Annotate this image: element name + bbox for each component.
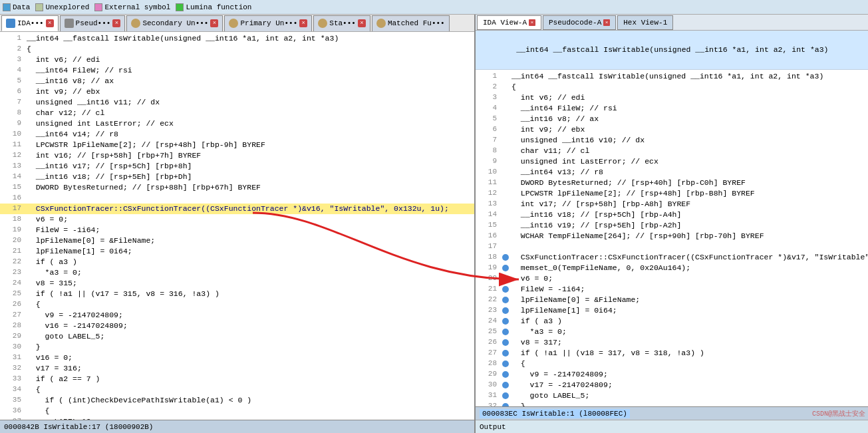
- left-code-line-19: 19 FileW = -1i64;: [0, 225, 474, 235]
- right-code-text: WCHAR TempFileName[264]; // [rsp+90h] [r…: [511, 231, 764, 241]
- code-text: __int16 v18; // [rsp+5Eh] [rbp+Dh]: [27, 172, 192, 182]
- right-code-text: v8 = 317;: [511, 337, 562, 348]
- right-code-line-29: 29 v9 = -2147024809;: [476, 369, 868, 380]
- right-code-text: unsigned int LastError; // ecx: [511, 156, 658, 167]
- code-text: {: [27, 44, 31, 55]
- right-code-text: goto LABEL_5;: [511, 390, 589, 401]
- left-code-area[interactable]: 1__int64 __fastcall IsWritable(unsigned …: [0, 32, 474, 420]
- right-tab-ida-close[interactable]: ×: [529, 19, 535, 26]
- right-code-line-26: 26 v8 = 317;: [476, 337, 868, 348]
- left-code-line-36: 36 {: [0, 406, 474, 416]
- pseudo-icon: [65, 19, 74, 28]
- tab-pseudo-label: Pseud•••: [76, 19, 111, 27]
- legend-unexplored-box: [35, 3, 43, 11]
- right-line-number: 12: [478, 188, 497, 197]
- code-text: CSxFunctionTracer::CSxFunctionTracer((CS…: [27, 204, 449, 214]
- code-text: int v6; // edi: [27, 55, 100, 65]
- right-code-line-16: 16 WCHAR TempFileName[264]; // [rsp+90h]…: [476, 231, 868, 241]
- right-line-number: 16: [478, 231, 497, 239]
- right-tab-pseudo-close[interactable]: ×: [603, 19, 610, 26]
- right-code-line-31: 31 goto LABEL_5;: [476, 390, 868, 401]
- line-number: 27: [3, 310, 21, 319]
- tab-secondary-close[interactable]: ×: [210, 19, 218, 27]
- right-code-text: int v9; // ebx: [511, 124, 585, 135]
- primary-icon: [229, 19, 238, 28]
- line-number: 8: [3, 108, 21, 116]
- legend-external: External symbol: [94, 3, 170, 11]
- tab-secondary[interactable]: Secondary Un••• ×: [126, 15, 223, 31]
- right-code-text: DWORD BytesReturned; // [rsp+40h] [rbp-C…: [511, 178, 746, 188]
- tab-pseudo[interactable]: Pseud••• ×: [60, 15, 126, 31]
- right-code-line-5: 5 __int16 v8; // ax: [476, 114, 868, 124]
- right-line-number: 21: [478, 284, 497, 293]
- line-number: 32: [3, 363, 21, 372]
- right-line-number: 30: [478, 380, 497, 388]
- right-line-number: 11: [478, 178, 497, 186]
- right-line-number: 31: [478, 390, 497, 399]
- right-code-area[interactable]: 1__int64 __fastcall IsWritable(unsigned …: [476, 70, 868, 406]
- line-number: 5: [3, 76, 21, 84]
- tab-matched-label: Matched Fu•••: [388, 19, 445, 27]
- breakpoint-dot: [502, 371, 509, 378]
- right-code-text: char v11; // cl: [511, 146, 589, 156]
- tab-ida-close[interactable]: ×: [46, 19, 54, 27]
- line-number: 17: [3, 204, 21, 212]
- left-code-line-23: 23 *a3 = 0;: [0, 267, 474, 278]
- line-number: 22: [3, 257, 21, 265]
- right-code-line-2: 2{: [476, 82, 868, 92]
- tab-ida[interactable]: IDA••• ×: [1, 15, 59, 31]
- tab-pseudo-close[interactable]: ×: [112, 19, 120, 27]
- right-code-line-27: 27 if ( !a1 || (v18 = 317, v8 = 318, !a3…: [476, 348, 868, 359]
- tab-matched[interactable]: Matched Fu•••: [372, 15, 450, 31]
- right-line-number: 2: [478, 82, 497, 90]
- line-number: 1: [3, 33, 21, 42]
- right-code-line-13: 13 int v17; // [rsp+58h] [rbp-A8h] BYREF: [476, 199, 868, 210]
- legend-external-label: External symbol: [104, 3, 170, 11]
- right-tab-hex-view-1[interactable]: Hex View-1: [617, 15, 673, 30]
- tab-sta-close[interactable]: ×: [358, 19, 366, 27]
- line-number: 6: [3, 86, 21, 95]
- tab-primary[interactable]: Primary Un••• ×: [224, 15, 312, 31]
- right-tab-ida-view-a[interactable]: IDA View-A ×: [477, 15, 541, 30]
- right-code-line-18: 18 CSxFunctionTracer::CSxFunctionTracer(…: [476, 252, 868, 263]
- code-text: {: [27, 406, 50, 416]
- line-number: 19: [3, 225, 21, 233]
- left-code-line-34: 34 {: [0, 384, 474, 395]
- right-line-number: 32: [478, 401, 497, 406]
- code-text: if ( !a1 || (v17 = 315, v8 = 316, !a3) ): [27, 289, 219, 299]
- tab-sta[interactable]: Sta••• ×: [313, 15, 370, 31]
- line-number: 16: [3, 193, 21, 202]
- right-code-line-3: 3 int v6; // edi: [476, 92, 868, 103]
- breakpoint-dot: [502, 382, 509, 388]
- line-number: 14: [3, 172, 21, 180]
- right-code-line-28: 28 {: [476, 359, 868, 369]
- code-text: char v12; // cl: [27, 108, 104, 118]
- right-code-text: v9 = -2147024809;: [511, 369, 608, 380]
- code-text: if ( a3 ): [27, 257, 77, 267]
- breakpoint-dot: [502, 339, 509, 346]
- left-status-text: 0000842B IsWritable:17 (18000902B): [4, 423, 153, 431]
- right-code-text: lpFileName[0] = &FileName;: [511, 295, 640, 305]
- breakpoint-dot: [502, 403, 509, 406]
- right-code-line-1: 1__int64 __fastcall IsWritable(unsigned …: [476, 71, 868, 82]
- right-code-line-4: 4 __int64 FileW; // rsi: [476, 103, 868, 114]
- right-code-text: memset_0(TempFileName, 0, 0x20Au164);: [511, 263, 690, 273]
- right-line-number: 22: [478, 295, 497, 303]
- line-number: 34: [3, 384, 21, 393]
- right-code-text: __int64 __fastcall IsWritable(unsigned _…: [511, 71, 823, 82]
- tab-primary-close[interactable]: ×: [299, 19, 307, 27]
- legend-lumina-box: [176, 3, 184, 11]
- code-text: DWORD BytesReturned; // [rsp+88h] [rbp+6…: [27, 182, 261, 193]
- right-line-number: 18: [478, 252, 497, 261]
- right-code-text: v17 = -2147024809;: [511, 380, 613, 390]
- right-line-number: 25: [478, 327, 497, 335]
- right-tab-pseudocode-a[interactable]: Pseudocode-A ×: [543, 15, 616, 30]
- right-line-number: 3: [478, 92, 497, 101]
- code-text: v16 = -2147024809;: [27, 321, 128, 331]
- left-code-line-27: 27 v9 = -2147024809;: [0, 310, 474, 321]
- right-line-number: 7: [478, 135, 497, 144]
- line-number: 11: [3, 140, 21, 148]
- right-code-text: __int16 v19; // [rsp+5Eh] [rbp-A2h]: [511, 220, 681, 231]
- right-code-line-17: 17: [476, 241, 868, 252]
- left-code-line-31: 31 v16 = 0;: [0, 353, 474, 363]
